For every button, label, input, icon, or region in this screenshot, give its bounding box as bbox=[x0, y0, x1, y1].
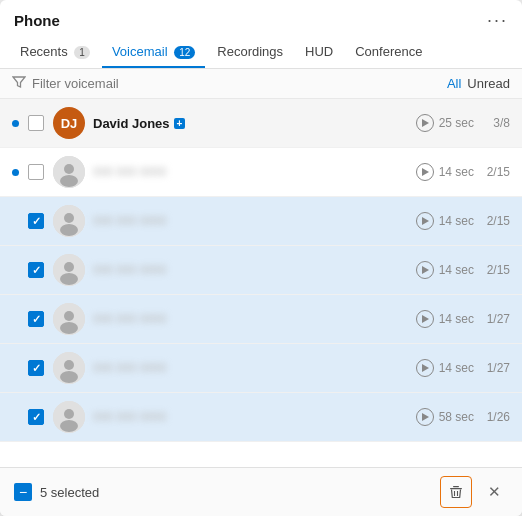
svg-rect-19 bbox=[453, 486, 459, 487]
row-checkbox-wrap[interactable] bbox=[27, 212, 45, 230]
vm-number: 000 000 0000 bbox=[93, 165, 408, 179]
vm-number: 000 000 0000 bbox=[93, 312, 408, 326]
play-button[interactable] bbox=[416, 114, 434, 132]
unread-dot bbox=[12, 218, 19, 225]
row-checkbox-wrap[interactable] bbox=[27, 359, 45, 377]
more-button[interactable]: ··· bbox=[487, 10, 508, 31]
tab-recents-badge: 1 bbox=[74, 46, 90, 59]
vm-duration: 14 sec bbox=[439, 312, 474, 326]
vm-play[interactable]: 14 sec bbox=[416, 212, 474, 230]
vm-play[interactable]: 25 sec bbox=[416, 114, 474, 132]
vm-number: 000 000 0000 bbox=[93, 214, 408, 228]
vm-duration: 25 sec bbox=[439, 116, 474, 130]
row-checkbox[interactable] bbox=[28, 311, 44, 327]
vm-info: 000 000 0000 bbox=[93, 361, 408, 375]
unread-dot bbox=[12, 169, 19, 176]
deselect-all-button[interactable] bbox=[14, 483, 32, 501]
filter-all-button[interactable]: All bbox=[447, 76, 461, 91]
play-triangle-icon bbox=[422, 217, 429, 225]
row-checkbox[interactable] bbox=[28, 213, 44, 229]
row-checkbox-wrap[interactable] bbox=[27, 114, 45, 132]
play-button[interactable] bbox=[416, 408, 434, 426]
svg-point-1 bbox=[64, 164, 74, 174]
vm-duration: 14 sec bbox=[439, 165, 474, 179]
avatar bbox=[53, 156, 85, 188]
play-button[interactable] bbox=[416, 310, 434, 328]
unread-dot bbox=[12, 365, 19, 372]
tab-hud[interactable]: HUD bbox=[295, 37, 343, 68]
tab-recordings[interactable]: Recordings bbox=[207, 37, 293, 68]
row-checkbox[interactable] bbox=[28, 360, 44, 376]
vm-number: 000 000 0000 bbox=[93, 361, 408, 375]
vm-play[interactable]: 14 sec bbox=[416, 310, 474, 328]
row-checkbox[interactable] bbox=[28, 115, 44, 131]
tab-recents-label: Recents bbox=[20, 44, 68, 59]
row-checkbox-wrap[interactable] bbox=[27, 163, 45, 181]
vm-duration: 14 sec bbox=[439, 263, 474, 277]
table-row[interactable]: 000 000 0000 14 sec 1/27 bbox=[0, 295, 522, 344]
row-checkbox-wrap[interactable] bbox=[27, 310, 45, 328]
svg-point-17 bbox=[60, 420, 78, 432]
vm-date: 1/27 bbox=[482, 312, 510, 326]
vm-date: 3/8 bbox=[482, 116, 510, 130]
vm-info: 000 000 0000 bbox=[93, 165, 408, 179]
table-row[interactable]: 000 000 0000 14 sec 2/15 bbox=[0, 246, 522, 295]
row-checkbox[interactable] bbox=[28, 262, 44, 278]
play-button[interactable] bbox=[416, 359, 434, 377]
svg-point-8 bbox=[60, 273, 78, 285]
tab-conference-label: Conference bbox=[355, 44, 422, 59]
vm-date: 1/27 bbox=[482, 361, 510, 375]
svg-point-13 bbox=[64, 360, 74, 370]
unread-dot bbox=[12, 316, 19, 323]
tab-recordings-label: Recordings bbox=[217, 44, 283, 59]
table-row[interactable]: 000 000 0000 14 sec 1/27 bbox=[0, 344, 522, 393]
filter-bar: All Unread bbox=[0, 69, 522, 99]
row-checkbox-wrap[interactable] bbox=[27, 261, 45, 279]
play-triangle-icon bbox=[422, 168, 429, 176]
row-checkbox-wrap[interactable] bbox=[27, 408, 45, 426]
app-window: Phone ··· Recents 1 Voicemail 12 Recordi… bbox=[0, 0, 522, 516]
vm-date: 2/15 bbox=[482, 214, 510, 228]
play-button[interactable] bbox=[416, 163, 434, 181]
row-checkbox[interactable] bbox=[28, 164, 44, 180]
vm-date: 1/26 bbox=[482, 410, 510, 424]
vm-date: 2/15 bbox=[482, 165, 510, 179]
tab-recents[interactable]: Recents 1 bbox=[10, 37, 100, 68]
play-button[interactable] bbox=[416, 261, 434, 279]
play-button[interactable] bbox=[416, 212, 434, 230]
vm-play[interactable]: 14 sec bbox=[416, 261, 474, 279]
table-row[interactable]: 000 000 0000 58 sec 1/26 bbox=[0, 393, 522, 442]
vm-play[interactable]: 58 sec bbox=[416, 408, 474, 426]
svg-point-10 bbox=[64, 311, 74, 321]
table-row[interactable]: 000 000 0000 14 sec 2/15 bbox=[0, 197, 522, 246]
svg-rect-18 bbox=[450, 488, 462, 489]
tab-conference[interactable]: Conference bbox=[345, 37, 432, 68]
filter-unread-button[interactable]: Unread bbox=[467, 76, 510, 91]
vm-play[interactable]: 14 sec bbox=[416, 359, 474, 377]
vm-play[interactable]: 14 sec bbox=[416, 163, 474, 181]
vm-info: 000 000 0000 bbox=[93, 410, 408, 424]
tabs-bar: Recents 1 Voicemail 12 Recordings HUD Co… bbox=[0, 37, 522, 69]
tab-voicemail[interactable]: Voicemail 12 bbox=[102, 37, 205, 68]
vm-name: David Jones + bbox=[93, 116, 408, 131]
plus-icon: + bbox=[174, 118, 186, 129]
row-checkbox[interactable] bbox=[28, 409, 44, 425]
vm-number: 000 000 0000 bbox=[93, 263, 408, 277]
avatar bbox=[53, 254, 85, 286]
unread-dot bbox=[12, 267, 19, 274]
delete-button[interactable] bbox=[440, 476, 472, 508]
table-row[interactable]: 000 000 0000 14 sec 2/15 bbox=[0, 148, 522, 197]
svg-point-11 bbox=[60, 322, 78, 334]
close-selection-button[interactable]: ✕ bbox=[480, 478, 508, 506]
avatar bbox=[53, 205, 85, 237]
play-triangle-icon bbox=[422, 315, 429, 323]
table-row[interactable]: DJ David Jones + 25 sec 3/8 bbox=[0, 99, 522, 148]
filter-input[interactable] bbox=[32, 76, 441, 91]
play-triangle-icon bbox=[422, 119, 429, 127]
avatar bbox=[53, 401, 85, 433]
vm-info: David Jones + bbox=[93, 116, 408, 131]
svg-point-5 bbox=[60, 224, 78, 236]
svg-point-14 bbox=[60, 371, 78, 383]
vm-info: 000 000 0000 bbox=[93, 214, 408, 228]
vm-name-text: David Jones bbox=[93, 116, 170, 131]
